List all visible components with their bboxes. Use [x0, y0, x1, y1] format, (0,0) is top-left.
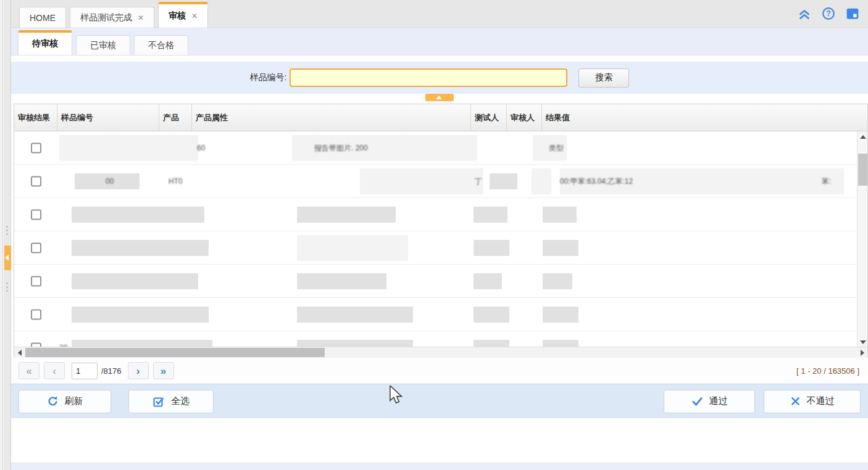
tab-reviewed[interactable]: 已审核 — [76, 35, 130, 55]
row-checkbox[interactable] — [31, 309, 41, 320]
tab-label: 审核 — [169, 10, 186, 22]
review-sub-tab-bar: 待审核 已审核 不合格 — [11, 29, 868, 56]
last-page-button[interactable]: » — [153, 362, 174, 379]
splitter-grip-dots — [6, 226, 8, 235]
redacted-block — [360, 168, 483, 194]
scroll-up-icon[interactable] — [858, 131, 868, 142]
column-header-1[interactable]: 审核结果 — [14, 104, 57, 131]
redacted-block — [59, 135, 198, 161]
action-button-bar: 刷新 全选 通过 不通过 — [11, 384, 868, 418]
left-panel-edge — [0, 0, 3, 470]
cell-text-fragment: HT0 — [169, 177, 183, 186]
collapse-all-icon[interactable] — [798, 7, 811, 20]
help-icon[interactable]: ? — [822, 7, 835, 20]
column-header-4[interactable]: 产品属性 — [192, 104, 471, 131]
pagination-bar: « ‹ /8176 › » [ 1 - 20 / 163506 ] — [11, 358, 868, 384]
table-row[interactable] — [14, 265, 857, 298]
redacted-block — [297, 273, 386, 289]
redacted-block — [543, 273, 572, 289]
horizontal-scrollbar[interactable] — [14, 347, 867, 358]
search-toolbar: 样品编号: 搜索 — [11, 62, 868, 94]
sample-number-label: 样品编号: — [250, 72, 287, 83]
tab-home[interactable]: HOME — [19, 7, 66, 28]
tab-label: 已审核 — [90, 40, 116, 51]
scroll-left-icon[interactable] — [14, 347, 25, 358]
main-area: HOME 样品测试完成 ✕ 审核 ✕ ? — [11, 0, 868, 470]
expand-left-panel-handle[interactable] — [4, 245, 11, 270]
row-checkbox[interactable] — [31, 209, 41, 220]
row-checkbox[interactable] — [31, 242, 41, 253]
select-all-label: 全选 — [171, 395, 190, 407]
prev-page-button[interactable]: ‹ — [44, 362, 65, 379]
table-row[interactable]: 60报告带图片. 200类型 — [14, 131, 857, 165]
column-header-5[interactable]: 测试人 — [471, 104, 507, 131]
redacted-block — [490, 173, 517, 189]
total-pages-label: /8176 — [101, 366, 122, 376]
sample-number-input[interactable] — [290, 68, 567, 87]
vertical-scroll-thumb[interactable] — [858, 154, 867, 186]
tab-unqualified[interactable]: 不合格 — [134, 35, 188, 55]
review-grid: 审核结果样品编号产品产品属性测试人审核人结果值 60报告带图片. 200类型00… — [14, 104, 868, 358]
tab-label: 不合格 — [148, 40, 174, 51]
svg-text:?: ? — [826, 9, 830, 18]
pass-button[interactable]: 通过 — [664, 390, 755, 413]
fail-button[interactable]: 不通过 — [764, 390, 861, 413]
cell-text-fragment: 00 — [106, 177, 114, 186]
vertical-scrollbar[interactable] — [857, 131, 867, 347]
redacted-block — [72, 273, 198, 289]
search-button[interactable]: 搜索 — [578, 68, 629, 88]
column-header-3[interactable]: 产品 — [159, 104, 192, 131]
select-all-button[interactable]: 全选 — [128, 390, 214, 413]
table-row[interactable] — [14, 198, 857, 231]
window-tab-bar: HOME 样品测试完成 ✕ 审核 ✕ ? — [11, 0, 868, 28]
cell-text-fragment: 00:甲苯:63.04;乙苯:12 — [560, 176, 633, 186]
bottom-panel-strip — [11, 463, 868, 470]
table-row[interactable]: 00HT0丁00:甲苯:63.04;乙苯:12苯: — [14, 165, 857, 198]
decision-buttons: 通过 不通过 — [664, 390, 861, 413]
close-tab-icon[interactable]: ✕ — [138, 14, 144, 22]
refresh-button[interactable]: 刷新 — [19, 390, 111, 413]
row-checkbox[interactable] — [31, 142, 41, 153]
header-icons: ? — [798, 7, 859, 20]
redacted-block — [297, 307, 413, 323]
cell-text-fragment: 丁 — [475, 176, 482, 186]
tab-pending-review[interactable]: 待审核 — [18, 30, 72, 55]
tab-label: 待审核 — [32, 38, 58, 49]
next-page-button[interactable]: › — [128, 362, 149, 379]
tab-sample-test-complete[interactable]: 样品测试完成 ✕ — [70, 7, 154, 28]
redacted-block — [543, 207, 577, 223]
record-range-label: [ 1 - 20 / 163506 ] — [796, 366, 859, 376]
refresh-label: 刷新 — [65, 395, 83, 407]
collapse-toolbar-handle[interactable] — [425, 94, 454, 101]
page-number-input[interactable] — [72, 363, 98, 379]
scroll-right-icon[interactable] — [857, 347, 867, 358]
column-header-6[interactable]: 审核人 — [507, 104, 542, 131]
scroll-down-icon[interactable] — [858, 337, 868, 347]
redacted-block — [72, 207, 204, 223]
row-checkbox[interactable] — [31, 176, 41, 186]
redacted-block — [72, 307, 209, 323]
select-all-icon — [152, 395, 165, 408]
close-tab-icon[interactable]: ✕ — [191, 12, 198, 20]
tab-label: 样品测试完成 — [80, 12, 132, 23]
first-page-button[interactable]: « — [19, 362, 40, 379]
redacted-block — [474, 207, 507, 223]
table-row[interactable] — [14, 231, 857, 265]
table-row[interactable]: 20 — [14, 331, 857, 347]
redacted-block — [474, 307, 509, 323]
app-window: HOME 样品测试完成 ✕ 审核 ✕ ? — [0, 0, 868, 470]
horizontal-scroll-thumb[interactable] — [25, 348, 325, 357]
refresh-icon — [47, 395, 59, 407]
tab-home-label: HOME — [30, 13, 56, 23]
tab-review[interactable]: 审核 ✕ — [158, 2, 208, 28]
column-header-7[interactable]: 结果值 — [542, 104, 867, 131]
calendar-panel-icon[interactable] — [846, 7, 859, 20]
column-header-2[interactable]: 样品编号 — [57, 104, 159, 131]
splitter-grip-dots — [6, 282, 8, 292]
row-checkbox[interactable] — [31, 276, 41, 286]
left-splitter-bar[interactable] — [4, 0, 11, 470]
cell-text-fragment: 60 — [197, 144, 205, 152]
table-row[interactable] — [14, 298, 857, 331]
redacted-block — [474, 240, 509, 256]
grid-header-row: 审核结果样品编号产品产品属性测试人审核人结果值 — [14, 104, 867, 131]
